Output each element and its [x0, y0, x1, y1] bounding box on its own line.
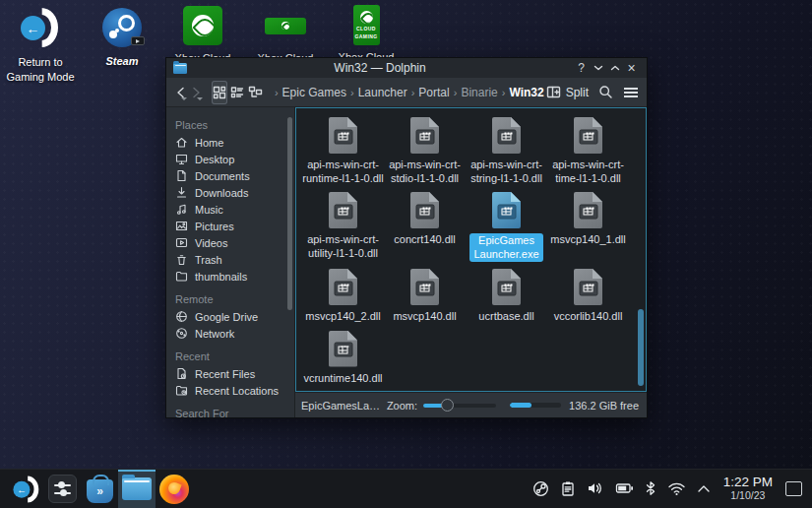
dll-file-icon — [410, 192, 439, 228]
show-desktop-button[interactable] — [785, 481, 802, 496]
zoom-slider-handle[interactable] — [441, 399, 454, 412]
steam-badge-icon — [131, 36, 145, 45]
wifi-tray-button[interactable] — [667, 481, 686, 496]
steam-icon — [102, 8, 142, 47]
sidebar-item-downloads[interactable]: Downloads — [166, 184, 294, 201]
sidebar-item-music[interactable]: Music — [166, 201, 294, 218]
sidebar-item-trash[interactable]: Trash — [166, 251, 294, 268]
file-item[interactable]: api-ms-win-crt-time-l1-1-0.dll — [547, 110, 629, 185]
status-bar: EpicGamesLau...le, 2.7 MiB) Zoom: 136.2 … — [295, 392, 647, 417]
maximize-button[interactable] — [606, 60, 623, 76]
free-space-label: 136.2 GiB free — [569, 400, 639, 412]
help-button[interactable]: ? — [573, 60, 590, 76]
network-icon — [175, 327, 188, 340]
file-item[interactable]: api-ms-win-crt-runtime-l1-1-0.dll — [302, 110, 384, 185]
file-view[interactable]: api-ms-win-crt-runtime-l1-1-0.dll api-ms… — [295, 107, 647, 392]
folder-icon — [173, 63, 187, 74]
speaker-icon — [587, 480, 604, 496]
minimize-button[interactable] — [590, 60, 606, 76]
sidebar-item-pictures[interactable]: Pictures — [166, 218, 294, 234]
clock[interactable]: 1:22 PM 1/10/23 — [723, 476, 773, 501]
close-button[interactable]: × — [623, 60, 640, 76]
breadcrumb-portal[interactable]: Portal — [418, 86, 449, 99]
dll-file-icon — [574, 192, 602, 228]
menu-button[interactable] — [623, 87, 639, 98]
section-header-recent: Recent — [175, 350, 294, 362]
settings-sliders-icon — [48, 475, 77, 503]
steam-tray-button[interactable] — [532, 480, 549, 497]
breadcrumb-launcher[interactable]: Launcher — [358, 86, 407, 99]
sidebar-item-home[interactable]: Home — [166, 134, 294, 151]
breadcrumb-binaries[interactable]: Binarie — [461, 86, 497, 99]
sidebar-item-recent-locations[interactable]: Recent Locations — [166, 382, 294, 399]
dolphin-folder-icon — [122, 477, 152, 500]
sidebar-scrollbar[interactable] — [287, 117, 292, 310]
firefox-button[interactable] — [156, 470, 193, 508]
file-item[interactable]: concrt140.dll — [384, 185, 466, 262]
launcher-icon — [12, 475, 37, 504]
titlebar[interactable]: Win32 — Dolphin ? × — [166, 58, 647, 78]
file-item[interactable]: msvcp140_2.dll — [302, 262, 384, 324]
sidebar-item-thumbnails[interactable]: thumbnails — [166, 268, 294, 285]
file-name: concrt140.dll — [394, 233, 455, 247]
back-history-caret-icon — [181, 97, 187, 100]
sidebar-item-documents[interactable]: Documents — [166, 167, 294, 184]
desktop-icon-steam[interactable]: Steam — [94, 8, 150, 69]
dll-file-icon — [574, 117, 602, 154]
file-name: vccorlib140.dll — [554, 310, 623, 324]
chevron-separator-icon: › — [453, 87, 459, 98]
dolphin-task-button[interactable] — [118, 470, 156, 508]
chevron-separator-icon: › — [410, 87, 416, 98]
back-button[interactable] — [174, 82, 188, 103]
zoom-slider[interactable] — [423, 399, 496, 413]
left-arrow-icon — [21, 16, 45, 40]
breadcrumb-epic-games[interactable]: Epic Games — [282, 86, 346, 99]
file-item-selected[interactable]: EpicGamesLauncher.exe — [466, 185, 547, 262]
discover-bag-icon — [87, 479, 113, 503]
details-view-button[interactable] — [229, 81, 245, 104]
chevron-up-icon — [697, 484, 711, 493]
discover-button[interactable] — [81, 470, 118, 508]
file-item[interactable]: api-ms-win-crt-string-l1-1-0.dll — [466, 110, 547, 185]
sidebar-item-google-drive[interactable]: Google Drive — [166, 308, 294, 325]
sidebar-item-network[interactable]: Network — [166, 325, 294, 342]
desktop-icon-xbox-cloud-3[interactable]: CLOUD GAMING Xbox Cloud — [339, 5, 394, 65]
expand-tray-button[interactable] — [697, 484, 711, 493]
sidebar-item-desktop[interactable]: Desktop — [166, 151, 294, 167]
clock-date: 1/10/23 — [723, 490, 773, 502]
videos-icon — [175, 236, 188, 249]
desktop-icon-return-to-gaming-mode[interactable]: Return to Gaming Mode — [8, 6, 73, 85]
file-item[interactable]: ucrtbase.dll — [466, 262, 547, 324]
system-settings-button[interactable] — [43, 470, 81, 508]
file-view-scrollbar[interactable] — [638, 309, 644, 386]
file-name: EpicGamesLauncher.exe — [469, 233, 542, 262]
forward-button[interactable] — [190, 82, 204, 103]
file-item[interactable]: vccorlib140.dll — [547, 262, 629, 324]
bluetooth-tray-button[interactable] — [645, 480, 656, 496]
file-item[interactable]: vcruntime140.dll — [302, 324, 384, 386]
icons-view-button[interactable] — [212, 81, 227, 104]
dll-file-icon — [410, 117, 439, 154]
google-drive-icon — [175, 310, 188, 323]
volume-tray-button[interactable] — [587, 480, 604, 496]
section-header-remote: Remote — [175, 293, 294, 305]
file-item[interactable]: api-ms-win-crt-stdio-l1-1-0.dll — [384, 110, 466, 185]
sidebar-item-recent-files[interactable]: Recent Files — [166, 365, 294, 382]
file-item[interactable]: msvcp140_1.dll — [547, 185, 629, 262]
file-item[interactable]: msvcp140.dll — [384, 262, 466, 324]
split-view-icon — [546, 86, 561, 98]
breadcrumb-win32[interactable]: Win32 — [509, 86, 543, 99]
battery-tray-button[interactable] — [615, 481, 634, 495]
file-item[interactable]: api-ms-win-crt-utility-l1-1-0.dll — [302, 185, 384, 262]
forward-history-caret-icon — [197, 97, 203, 100]
sidebar-item-videos[interactable]: Videos — [166, 234, 294, 251]
battery-icon — [615, 481, 634, 495]
search-button[interactable] — [598, 85, 613, 99]
clipboard-tray-button[interactable] — [560, 480, 576, 497]
places-panel: Places Home Desktop Documents Downloads … — [166, 107, 295, 417]
file-name: api-ms-win-crt-runtime-l1-1-0.dll — [302, 159, 384, 185]
tree-view-button[interactable] — [247, 81, 263, 104]
split-button[interactable]: Split — [546, 86, 589, 99]
sidebar-item-label: Recent Files — [195, 368, 255, 380]
application-launcher-button[interactable] — [6, 470, 43, 508]
